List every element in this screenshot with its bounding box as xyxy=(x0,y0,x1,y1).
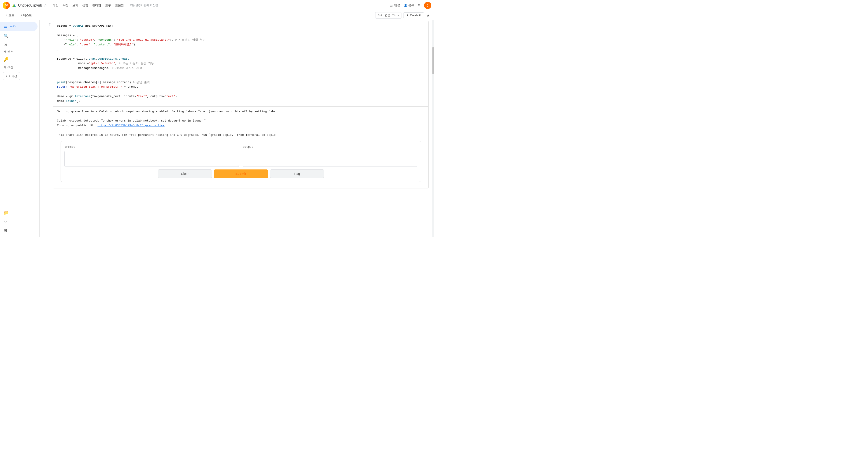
output-textarea[interactable] xyxy=(243,151,417,167)
cell-content: client = OpenAI(api_key=API_KEY) message… xyxy=(53,21,429,188)
share-button[interactable]: 👤 공유 xyxy=(404,3,414,7)
terminal-icon: ⊟ xyxy=(4,228,7,233)
colab-ai-sparkle-icon: ✦ xyxy=(406,13,409,17)
gradio-inputs-row: prompt output xyxy=(64,145,417,167)
output-line-2 xyxy=(57,114,425,119)
secondbar: + 코드 + 텍스트 다시 연결 T4 ▾ ✦ Colab AI ∧ xyxy=(0,11,434,20)
prompt-input[interactable] xyxy=(64,151,239,167)
scrollbar-thumb[interactable] xyxy=(432,47,434,74)
menu-view[interactable]: 보기 xyxy=(70,2,80,8)
secondbar-right: 다시 연결 T4 ▾ ✦ Colab AI ∧ xyxy=(375,12,430,19)
filename[interactable]: Untitled0.ipynb xyxy=(18,3,42,7)
key-icon: 🔑 xyxy=(4,57,8,62)
cell-output: Setting queue=True in a Colab notebook r… xyxy=(53,106,428,188)
colab-ai-button[interactable]: ✦ Colab AI xyxy=(403,12,424,18)
collapse-button[interactable]: ∧ xyxy=(426,12,430,18)
new-section-label1: 새 섹션 xyxy=(4,50,13,53)
output-line-5 xyxy=(57,128,425,133)
search-icon: 🔍 xyxy=(4,33,8,38)
saved-status: 모든 변경사항이 저장됨 xyxy=(129,3,158,7)
logo-text: CO xyxy=(5,4,8,6)
menu-help[interactable]: 도움말 xyxy=(113,2,126,8)
prompt-field: prompt xyxy=(64,145,239,167)
menu-edit[interactable]: 수정 xyxy=(61,2,70,8)
variables-icon: {x} xyxy=(4,43,7,46)
sidebar-item-search[interactable]: 🔍 xyxy=(0,31,37,41)
gradio-interface: prompt output Clear Submit Flag xyxy=(61,141,421,182)
comment-button[interactable]: 💬 댓글 xyxy=(390,3,400,7)
output-line-3: Colab notebook detected. To show errors … xyxy=(57,119,425,123)
sidebar-item-code[interactable]: <> xyxy=(0,218,37,226)
sidebar-item-terminal[interactable]: ⊟ xyxy=(0,226,37,235)
colab-ai-label: Colab AI xyxy=(410,13,421,17)
gradio-url-link[interactable]: https://0b63375b429a5c8c25.gradio.live xyxy=(97,124,164,127)
scrollbar-track[interactable] xyxy=(432,20,434,237)
add-section-label: + 섹션 xyxy=(9,74,17,78)
reconnect-label: 다시 연결 xyxy=(378,13,391,18)
share-label: 공유 xyxy=(408,3,414,7)
runtime-label: T4 xyxy=(392,13,396,17)
sidebar-toc-label: 목차 xyxy=(9,24,16,29)
settings-button[interactable]: ⚙ xyxy=(418,4,421,7)
menu-runtime[interactable]: 런타임 xyxy=(90,2,103,8)
output-label: output xyxy=(243,145,417,150)
drive-icon xyxy=(12,3,16,8)
comment-icon: 💬 xyxy=(390,4,393,7)
add-section-container: + + 섹션 xyxy=(3,72,37,80)
list-icon: ☰ xyxy=(4,24,7,29)
output-line-4: Running on public URL: https://0b63375b4… xyxy=(57,123,425,128)
person-icon: 👤 xyxy=(404,4,407,7)
comment-label: 댓글 xyxy=(394,3,400,7)
chevron-down-icon[interactable]: ▾ xyxy=(397,13,399,17)
sidebar-item-toc[interactable]: ☰ 목차 xyxy=(0,22,37,31)
chevron-up-icon: ∧ xyxy=(427,13,430,17)
toc-section-label2: 새 섹션 xyxy=(0,64,39,70)
code-icon: <> xyxy=(4,220,7,223)
cell-gutter: [ ] xyxy=(39,21,53,188)
topbar: CO Untitled0.ipynb ☆ 파일 수정 보기 삽입 런타임 도구 … xyxy=(0,0,434,11)
code-editor[interactable]: client = OpenAI(api_key=API_KEY) message… xyxy=(53,21,428,106)
avatar-letter: J xyxy=(427,4,429,7)
add-code-label: + 코드 xyxy=(6,13,14,18)
code-cell: [ ] client = OpenAI(api_key=API_KEY) mes… xyxy=(39,20,432,189)
colab-logo: CO xyxy=(3,2,10,9)
plus-icon: + xyxy=(6,74,7,78)
cell-bracket: [ ] xyxy=(49,23,51,26)
gradio-buttons-row: Clear Submit Flag xyxy=(64,169,417,178)
toc-section-label: 새 섹션 xyxy=(0,49,39,55)
add-section-button[interactable]: + + 섹션 xyxy=(3,72,20,80)
clear-button[interactable]: Clear xyxy=(158,169,212,178)
menu-file[interactable]: 파일 xyxy=(51,2,60,8)
user-avatar[interactable]: J xyxy=(424,2,431,9)
menu-bar: 파일 수정 보기 삽입 런타임 도구 도움말 xyxy=(51,2,126,8)
reconnect-button[interactable]: 다시 연결 T4 ▾ xyxy=(375,12,401,19)
gear-icon: ⚙ xyxy=(418,4,421,7)
add-text-button[interactable]: + 텍스트 xyxy=(18,12,34,18)
sidebar: ☰ 목차 🔍 {x} 새 섹션 🔑 새 섹션 + + 섹션 📁 xyxy=(0,20,39,237)
add-code-button[interactable]: + 코드 xyxy=(4,12,17,18)
folder-icon: 📁 xyxy=(4,210,8,215)
flag-button[interactable]: Flag xyxy=(270,169,324,178)
output-field: output xyxy=(243,145,417,167)
menu-tools[interactable]: 도구 xyxy=(103,2,113,8)
sidebar-item-variables[interactable]: {x} xyxy=(0,41,37,49)
star-icon[interactable]: ☆ xyxy=(44,3,47,7)
output-line-6: This share link expires in 72 hours. For… xyxy=(57,133,425,137)
add-text-label: + 텍스트 xyxy=(21,13,32,18)
sidebar-item-files[interactable]: 📁 xyxy=(0,208,37,218)
new-section-label2: 새 섹션 xyxy=(4,65,13,69)
output-line-1: Setting queue=True in a Colab notebook r… xyxy=(57,109,425,114)
submit-button[interactable]: Submit xyxy=(214,169,268,178)
prompt-label: prompt xyxy=(64,145,239,150)
main-layout: ☰ 목차 🔍 {x} 새 섹션 🔑 새 섹션 + + 섹션 📁 xyxy=(0,20,434,237)
content-area[interactable]: [ ] client = OpenAI(api_key=API_KEY) mes… xyxy=(39,20,432,237)
menu-insert[interactable]: 삽입 xyxy=(81,2,90,8)
sidebar-item-secrets[interactable]: 🔑 xyxy=(0,55,37,64)
topbar-right: 💬 댓글 👤 공유 ⚙ J xyxy=(390,2,431,9)
